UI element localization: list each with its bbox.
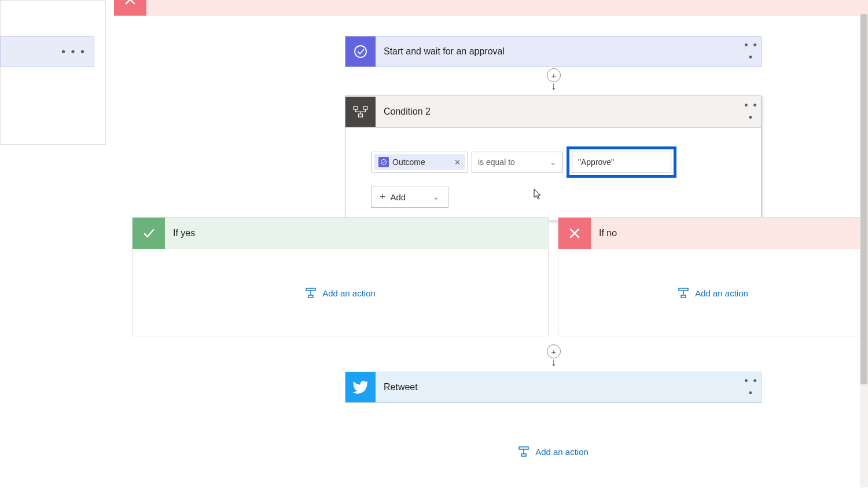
svg-point-4 <box>381 160 387 165</box>
approval-icon <box>378 157 389 167</box>
more-icon[interactable]: • • • <box>741 100 761 124</box>
outer-if-no-header <box>114 0 868 16</box>
svg-rect-5 <box>306 288 315 291</box>
cross-icon <box>114 0 146 16</box>
if-no-header[interactable]: If no <box>558 218 867 249</box>
sibling-action-card[interactable]: • • • <box>0 36 94 67</box>
add-action-icon <box>518 446 529 457</box>
add-action-button[interactable]: Add an action <box>518 446 589 457</box>
if-no-branch: If no Add an action <box>558 217 868 336</box>
svg-rect-8 <box>681 295 686 298</box>
svg-rect-9 <box>519 447 528 449</box>
add-action-button[interactable]: Add an action <box>305 287 376 299</box>
svg-rect-10 <box>521 454 526 456</box>
add-action-label: Add an action <box>322 288 376 298</box>
highlight-frame <box>567 146 676 178</box>
add-action-label: Add an action <box>535 447 589 457</box>
cross-icon <box>558 218 591 249</box>
more-icon[interactable]: • • • <box>741 39 761 64</box>
condition-header[interactable]: Condition 2 • • • <box>345 96 761 128</box>
more-icon[interactable]: • • • <box>61 45 86 58</box>
chip-label: Outcome <box>392 157 425 167</box>
add-action-button[interactable]: Add an action <box>678 287 748 299</box>
approval-card[interactable]: Start and wait for an approval • • • <box>345 36 762 67</box>
if-no-title: If no <box>591 228 617 239</box>
add-action-icon <box>305 287 317 299</box>
more-icon[interactable]: • • • <box>741 375 761 399</box>
chevron-down-icon: ⌄ <box>550 157 557 167</box>
chevron-down-icon: ⌄ <box>432 192 440 202</box>
arrow-down-icon: ↓ <box>551 82 557 90</box>
arrow-down-icon: ↓ <box>551 358 557 366</box>
plus-icon: + <box>380 191 386 203</box>
add-label: Add <box>391 192 406 202</box>
retweet-title: Retweet <box>376 382 741 392</box>
scrollbar[interactable] <box>860 14 868 487</box>
check-icon <box>133 218 165 249</box>
svg-rect-2 <box>363 107 367 109</box>
condition-card: Condition 2 • • • Outcome ✕ is equal to … <box>345 96 762 221</box>
add-condition-button[interactable]: + Add ⌄ <box>371 186 448 208</box>
condition-left-operand[interactable]: Outcome ✕ <box>371 152 468 173</box>
if-yes-branch: If yes Add an action <box>132 217 549 336</box>
twitter-icon <box>345 372 376 402</box>
svg-rect-3 <box>359 114 363 117</box>
operator-label: is equal to <box>478 157 515 167</box>
add-step-connector[interactable]: + ↓ <box>546 68 561 94</box>
retweet-card[interactable]: Retweet • • • <box>345 372 762 403</box>
bottom-add-action-row: Add an action <box>345 446 762 457</box>
approval-title: Start and wait for an approval <box>376 46 741 57</box>
scroll-thumb[interactable] <box>860 14 867 384</box>
condition-title: Condition 2 <box>376 107 741 117</box>
remove-chip-icon[interactable]: ✕ <box>454 158 461 167</box>
condition-body: Outcome ✕ is equal to ⌄ + Add ⌄ <box>345 128 761 221</box>
if-yes-title: If yes <box>165 228 195 239</box>
if-yes-header[interactable]: If yes <box>133 218 548 249</box>
add-step-connector[interactable]: + ↓ <box>546 344 561 370</box>
svg-rect-7 <box>679 288 688 291</box>
condition-row: Outcome ✕ is equal to ⌄ <box>371 146 735 178</box>
parent-panel <box>0 0 106 145</box>
condition-value-input[interactable] <box>572 152 671 173</box>
dynamic-content-chip[interactable]: Outcome ✕ <box>374 154 465 170</box>
svg-rect-1 <box>354 107 358 109</box>
condition-icon <box>345 97 376 127</box>
add-action-icon <box>678 287 689 299</box>
svg-rect-6 <box>308 295 313 298</box>
condition-operator-select[interactable]: is equal to ⌄ <box>472 152 563 173</box>
mouse-cursor-icon <box>534 189 542 200</box>
add-action-label: Add an action <box>695 288 748 298</box>
approval-icon <box>345 36 376 67</box>
